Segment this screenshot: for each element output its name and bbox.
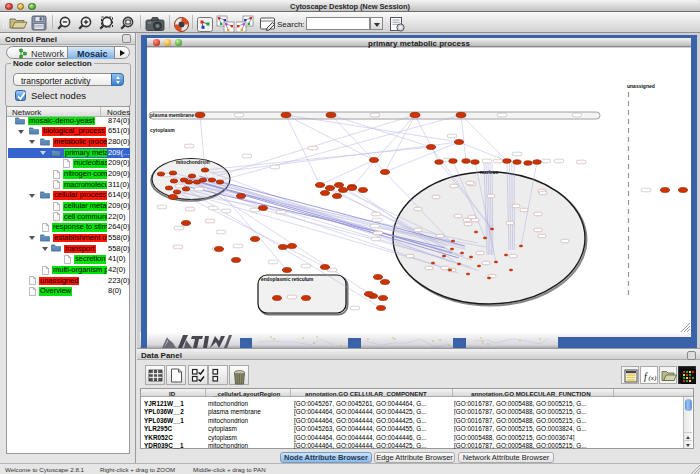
- svg-text:plasma membrane: plasma membrane: [150, 112, 194, 118]
- svg-text:nucleus: nucleus: [480, 170, 498, 175]
- svg-text:f: f: [644, 371, 648, 382]
- svg-text:cytoplasm: cytoplasm: [150, 127, 175, 133]
- svg-text:(x): (x): [649, 374, 657, 382]
- svg-text:endoplasmic reticulum: endoplasmic reticulum: [261, 277, 313, 282]
- svg-text:unassigned: unassigned: [627, 83, 655, 89]
